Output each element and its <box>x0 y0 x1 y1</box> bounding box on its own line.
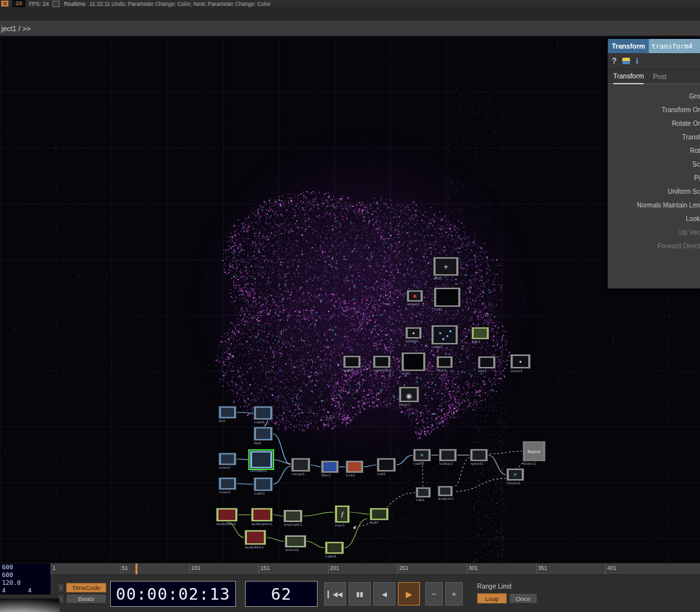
node-thumbnail <box>348 462 361 471</box>
playhead[interactable] <box>135 563 137 574</box>
fps-label: FPS: 24 <box>29 1 49 7</box>
timeline-field[interactable]: 600 <box>0 571 51 579</box>
frame-ruler[interactable]: 151101151201251301351401 <box>51 563 700 575</box>
node-null2[interactable]: null2 <box>401 352 426 371</box>
node-select1[interactable]: select1 <box>406 290 423 302</box>
node-audiofilein1[interactable]: audiofilein1 <box>216 508 238 522</box>
ruler-tick-label: 251 <box>399 565 408 571</box>
node-thumbnail <box>287 537 304 546</box>
param-row-sc[interactable]: Sc <box>608 158 700 171</box>
once-button[interactable]: Once <box>509 593 537 604</box>
fps-value-badge[interactable]: 24 <box>12 0 25 7</box>
network-editor[interactable]: add1select1null1select2noise1info1level1… <box>0 36 700 563</box>
jump-start-button[interactable]: ▎◀◀ <box>324 582 346 606</box>
node-chopto1[interactable]: chopto1 <box>506 468 524 481</box>
param-row-forward-direct[interactable]: Forward Direct <box>608 239 700 253</box>
param-label: Sc <box>692 161 700 168</box>
parameter-panel: Transform transform4 ? i Transform Post … <box>607 39 700 288</box>
node-label: crop1 <box>437 368 447 373</box>
step-back-button[interactable]: ◀ <box>373 582 395 606</box>
param-row-rot[interactable]: Rot <box>608 144 700 158</box>
node-speed1[interactable]: speed1 <box>470 449 488 462</box>
info-icon[interactable]: i <box>636 56 638 66</box>
node-null4[interactable]: null4 <box>369 508 389 521</box>
param-row-pi[interactable]: Pi <box>608 171 700 185</box>
node-label: null2 <box>402 371 410 376</box>
param-row-rotate-or[interactable]: Rotate Or <box>608 117 700 130</box>
node-noise1[interactable]: noise1 <box>431 325 458 345</box>
param-row-transl[interactable]: Transl <box>608 130 700 144</box>
param-row-uniform-sc[interactable]: Uniform Sc <box>608 185 700 198</box>
param-label: Forward Direct <box>657 242 700 250</box>
node-noise2[interactable]: noise2 <box>218 453 237 465</box>
node-crop1[interactable]: crop1 <box>436 356 453 368</box>
timecode-mode-button[interactable]: TimeCode <box>66 583 106 593</box>
node-math2[interactable]: math2 <box>253 477 273 491</box>
node-resample1[interactable]: resample1 <box>283 510 303 523</box>
param-row-look[interactable]: Look <box>608 212 700 226</box>
breadcrumb[interactable]: ject1 / >> <box>0 21 700 36</box>
node-audiospect1[interactable]: audiospect1 <box>251 508 273 522</box>
node-stretch1[interactable]: stretch1 <box>285 535 307 548</box>
param-row-up-vec[interactable]: Up Vec <box>608 226 700 239</box>
node-noise3[interactable]: noise3 <box>218 477 237 490</box>
timecode-display: 00:00:02:13 <box>110 581 236 607</box>
help-icon[interactable]: ? <box>612 56 616 65</box>
node-label: speed1 <box>471 461 484 466</box>
node-math3[interactable]: math3 <box>413 449 431 462</box>
node-add1[interactable]: add1 <box>433 257 459 276</box>
node-trail1[interactable]: trail1 <box>415 487 431 498</box>
frame-minus-button[interactable]: − <box>425 582 443 606</box>
node-transform1[interactable]: transform1 <box>373 355 391 368</box>
node-null1[interactable]: null1 <box>434 287 461 307</box>
param-row-normals-maintain-len[interactable]: Normals Maintain Len <box>608 198 700 212</box>
timeline-field[interactable]: 120.0 <box>0 579 51 587</box>
node-button1[interactable]: Buconbutton1 <box>522 441 546 462</box>
node-limit1[interactable]: limit1 <box>345 460 364 473</box>
node-select2[interactable]: select2 <box>405 327 422 339</box>
wire-junction-dot <box>353 526 356 529</box>
timecode-mode-icon[interactable]: / <box>57 583 65 593</box>
node-info1[interactable]: info1 <box>471 327 489 340</box>
realtime-checkbox-icon[interactable] <box>52 1 60 7</box>
beats-mode-button[interactable]: Beats <box>66 594 106 604</box>
python-icon[interactable] <box>622 58 630 64</box>
power-toggle[interactable]: n <box>1 1 8 6</box>
node-merge1[interactable]: merge1 <box>291 458 310 472</box>
node-thumbnail <box>480 358 493 367</box>
node-lag1[interactable]: lag1 <box>253 427 273 441</box>
loop-button[interactable]: Loop <box>477 593 507 604</box>
node-lfo1[interactable]: lfo1 <box>218 406 237 419</box>
timeline-fields[interactable]: 600600120.04 4 <box>0 563 51 594</box>
breadcrumb-path[interactable]: ject1 / >> <box>1 25 30 32</box>
param-row-gro[interactable]: Gro <box>608 89 700 103</box>
timeline-field[interactable]: 600 <box>0 563 51 571</box>
pause-button[interactable]: ▮▮ <box>349 582 371 606</box>
node-filter1[interactable]: filter1 <box>321 460 339 473</box>
node-math1[interactable]: math1 <box>253 406 273 420</box>
node-lookup1[interactable]: lookup1 <box>439 449 457 462</box>
node-label: chopto1 <box>507 480 520 486</box>
node-level1[interactable]: level1 <box>343 355 361 368</box>
node-comp1[interactable]: comp1 <box>510 354 531 369</box>
node-constant1[interactable]: constant1 <box>250 451 273 469</box>
node-ramp1[interactable]: ramp1 <box>399 386 419 403</box>
node-null3[interactable]: null3 <box>377 458 396 472</box>
node-label: trail1 <box>416 497 425 502</box>
node-audiofilter1[interactable]: audiofilter1 <box>244 530 266 545</box>
node-analyze1[interactable]: analyze1 <box>438 486 453 497</box>
node-blur1[interactable]: blur1 <box>478 356 496 369</box>
timeline-field[interactable]: 4 4 <box>0 587 51 594</box>
tab-transform[interactable]: Transform <box>613 69 644 84</box>
node-thumbnail <box>253 510 270 520</box>
param-row-transform-or[interactable]: Transform Or <box>608 103 700 117</box>
ruler-tick-label: 401 <box>607 565 616 571</box>
frame-plus-button[interactable]: + <box>445 582 463 606</box>
node-expr1[interactable]: expr1 <box>334 505 350 523</box>
play-button[interactable]: ▶ <box>398 582 420 606</box>
realtime-toggle-label[interactable]: Realtime <box>64 1 86 7</box>
operator-name-field[interactable]: transform4 <box>649 39 700 53</box>
node-thumbnail <box>218 510 235 520</box>
node-math4[interactable]: math4 <box>325 541 344 554</box>
tab-post[interactable]: Post <box>653 69 666 84</box>
